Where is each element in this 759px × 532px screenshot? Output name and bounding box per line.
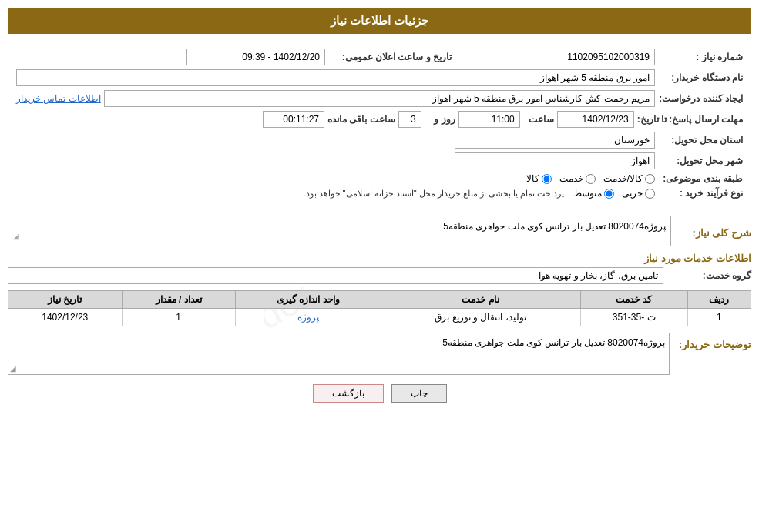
row-province: استان محل تحویل: خوزستان xyxy=(16,132,743,149)
button-row: چاپ بازگشت xyxy=(8,384,751,403)
requester-value: مریم رحمت کش کارشناس امور برق منطقه 5 شه… xyxy=(104,90,655,107)
radio-partial-input[interactable] xyxy=(645,189,655,199)
deadline-label: مهلت ارسال پاسخ: تا تاریخ: xyxy=(637,114,743,125)
city-value: اهواز xyxy=(455,152,655,169)
page-title: جزئیات اطلاعات نیاز xyxy=(331,14,428,27)
radio-goods-label: کالا xyxy=(526,173,539,184)
radio-goods-service-label: کالا/خدمت xyxy=(603,173,643,184)
contact-link[interactable]: اطلاعات تماس خریدار xyxy=(16,93,101,104)
col-code: کد خدمت xyxy=(580,291,687,309)
days-label: روز و xyxy=(425,114,455,125)
row-city: شهر محل تحویل: اهواز xyxy=(16,152,743,169)
table-row: 1 ت -35-351 تولید، انتقال و توزیع برق پر… xyxy=(8,309,751,326)
purchase-type-label: نوع فرآیند خرید : xyxy=(658,188,743,199)
page-header: جزئیات اطلاعات نیاز xyxy=(8,8,751,34)
col-row: ردیف xyxy=(687,291,751,309)
buyer-label: نام دستگاه خریدار: xyxy=(658,72,743,83)
row-requester: ایجاد کننده درخواست: مریم رحمت کش کارشنا… xyxy=(16,90,743,107)
col-date: تاریخ نیاز xyxy=(8,291,123,309)
main-info-section: شماره نیاز : 1102095102000319 تاریخ و سا… xyxy=(8,42,751,209)
category-radio-group: کالا/خدمت خدمت کالا xyxy=(526,173,655,184)
deadline-date: 1402/12/23 xyxy=(557,111,634,128)
radio-goods-service-input[interactable] xyxy=(645,174,655,184)
cell-name: تولید، انتقال و توزیع برق xyxy=(381,309,580,326)
back-button[interactable]: بازگشت xyxy=(313,384,384,403)
purchase-radio-group: جزیی متوسط xyxy=(573,188,655,199)
print-button[interactable]: چاپ xyxy=(391,384,447,403)
cell-date: 1402/12/23 xyxy=(8,309,123,326)
cell-unit[interactable]: پروژه xyxy=(235,309,381,326)
service-group-value: تامین برق، گاز، بخار و تهویه هوا xyxy=(8,267,663,284)
province-label: استان محل تحویل: xyxy=(658,135,743,146)
col-qty: تعداد / مقدار xyxy=(122,291,235,309)
row-need-desc: شرح کلی نیاز: پروژه8020074 تعدیل بار ترا… xyxy=(8,216,751,246)
need-number-value: 1102095102000319 xyxy=(455,49,655,65)
city-label: شهر محل تحویل: xyxy=(658,156,743,166)
buyer-desc-section: توضیحات خریدار: پروژه8020074 تعدیل بار ت… xyxy=(8,333,751,375)
buyer-desc-label: توضیحات خریدار: xyxy=(674,339,751,350)
cell-row: 1 xyxy=(687,309,751,326)
radio-partial: جزیی xyxy=(622,188,655,199)
cell-qty: 1 xyxy=(122,309,235,326)
radio-medium-label: متوسط xyxy=(573,188,602,199)
resize-icon: ◢ xyxy=(10,364,16,373)
radio-service-label: خدمت xyxy=(559,173,583,184)
time-label: ساعت xyxy=(523,114,554,125)
radio-medium-input[interactable] xyxy=(604,189,614,199)
row-buyer: نام دستگاه خریدار: امور برق منطقه 5 شهر … xyxy=(16,69,743,86)
service-group-label: گروه خدمت: xyxy=(667,270,751,281)
requester-label: ایجاد کننده درخواست: xyxy=(658,93,743,104)
row-deadline: مهلت ارسال پاسخ: تا تاریخ: 1402/12/23 سا… xyxy=(16,111,743,128)
category-label: طبقه بندی موضوعی: xyxy=(658,173,743,184)
radio-partial-label: جزیی xyxy=(622,188,643,199)
row-purchase-type: نوع فرآیند خرید : جزیی متوسط پرداخت تمام… xyxy=(16,188,743,199)
remaining-label: ساعت باقی مانده xyxy=(327,114,395,125)
service-info-title: اطلاعات خدمات مورد نیاز xyxy=(8,253,751,264)
need-number-label: شماره نیاز : xyxy=(658,52,743,62)
need-desc-value: پروژه8020074 تعدیل بار ترانس کوی ملت جوا… xyxy=(443,221,666,232)
radio-service: خدمت xyxy=(559,173,596,184)
buyer-value: امور برق منطقه 5 شهر اهواز xyxy=(16,69,655,86)
remaining-value: 00:11:27 xyxy=(263,111,324,128)
need-desc-label: شرح کلی نیاز: xyxy=(674,227,751,239)
services-table: ردیف کد خدمت نام خدمت واحد اندازه گیری ت… xyxy=(8,290,751,326)
services-table-section: ردیف کد خدمت نام خدمت واحد اندازه گیری ت… xyxy=(8,290,751,326)
time-value: 11:00 xyxy=(458,111,520,128)
row-need-number: شماره نیاز : 1102095102000319 تاریخ و سا… xyxy=(16,49,743,65)
purchase-note: پرداخت تمام یا بخشی از مبلغ خریدار محل "… xyxy=(303,189,564,199)
buyer-desc-value: پروژه8020074 تعدیل بار ترانس کوی ملت جوا… xyxy=(442,337,665,348)
radio-service-input[interactable] xyxy=(586,174,596,184)
col-name: نام خدمت xyxy=(381,291,580,309)
row-category: طبقه بندی موضوعی: کالا/خدمت خدمت کالا xyxy=(16,173,743,184)
cell-code: ت -35-351 xyxy=(580,309,687,326)
radio-medium: متوسط xyxy=(573,188,614,199)
days-value: 3 xyxy=(398,111,421,128)
need-desc-box: پروژه8020074 تعدیل بار ترانس کوی ملت جوا… xyxy=(8,216,671,246)
radio-goods: کالا xyxy=(526,173,552,184)
announce-label: تاریخ و ساعت اعلان عمومی: xyxy=(328,52,452,62)
province-value: خوزستان xyxy=(455,132,655,149)
announce-value: 1402/12/20 - 09:39 xyxy=(186,49,325,65)
col-unit: واحد اندازه گیری xyxy=(235,291,381,309)
row-service-group: گروه خدمت: تامین برق، گاز، بخار و تهویه … xyxy=(8,267,751,284)
radio-goods-input[interactable] xyxy=(542,174,552,184)
buyer-desc-box: پروژه8020074 تعدیل بار ترانس کوی ملت جوا… xyxy=(8,333,670,375)
radio-goods-service: کالا/خدمت xyxy=(603,173,655,184)
